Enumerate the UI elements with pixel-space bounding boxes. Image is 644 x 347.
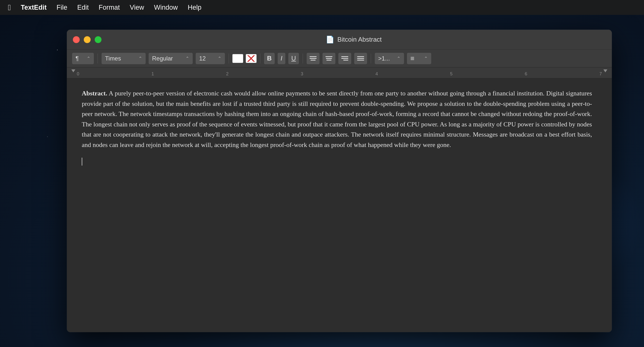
font-size-chevron-icon: ⌃ [218, 56, 222, 61]
abstract-paragraph: Abstract. A purely peer-to-peer version … [82, 88, 592, 150]
textedit-window: 📄 Bitcoin Abstract ¶ ⌃ Times ⌃ Regular ⌃… [67, 30, 612, 332]
maximize-button[interactable] [94, 36, 102, 43]
abstract-bold-label: Abstract. [82, 90, 107, 97]
window-title: 📄 Bitcoin Abstract [102, 36, 606, 44]
align-justify-icon [357, 60, 364, 61]
view-menu[interactable]: View [125, 0, 149, 15]
font-style-value: Regular [152, 55, 173, 62]
help-menu[interactable]: Help [183, 0, 206, 15]
traffic-lights [73, 36, 102, 43]
font-size-select[interactable]: 12 ⌃ [196, 53, 225, 65]
align-center-icon [326, 60, 332, 61]
app-menu[interactable]: TextEdit [16, 0, 52, 15]
ruler-numbers: 0 1 2 3 4 5 6 7 [77, 71, 602, 77]
file-menu[interactable]: File [52, 0, 72, 15]
paragraph-chevron-icon: ⌃ [87, 56, 90, 61]
font-family-chevron-icon: ⌃ [138, 56, 142, 61]
title-text: Bitcoin Abstract [337, 36, 382, 43]
paragraph-icon: ¶ [76, 55, 79, 62]
paragraph-style-button[interactable]: ¶ ⌃ [72, 53, 94, 65]
align-center-icon [326, 58, 332, 59]
font-style-select[interactable]: Regular ⌃ [148, 53, 193, 65]
text-color-swatch[interactable] [232, 54, 243, 63]
apple-menu[interactable]:  [6, 0, 16, 15]
list-indent-value: >1... [378, 55, 390, 62]
ruler-num-7: 7 [600, 71, 602, 77]
bold-button[interactable]: B [264, 53, 275, 65]
font-family-value: Times [105, 55, 121, 62]
ruler-num-1: 1 [151, 71, 154, 77]
document-content[interactable]: Abstract. A purely peer-to-peer version … [67, 78, 612, 332]
align-justify-button[interactable] [354, 53, 367, 65]
format-menu[interactable]: Format [94, 0, 125, 15]
text-cursor [82, 158, 82, 166]
separator-4 [303, 54, 303, 64]
ruler-num-5: 5 [450, 71, 452, 77]
align-center-icon [326, 56, 332, 57]
align-justify-icon [357, 56, 364, 57]
list-indent-chevron-icon: ⌃ [397, 56, 400, 61]
titlebar: 📄 Bitcoin Abstract [67, 30, 612, 50]
document-icon: 📄 [326, 36, 334, 44]
ruler-num-4: 4 [376, 71, 378, 77]
ruler-num-3: 3 [301, 71, 303, 77]
edit-menu[interactable]: Edit [72, 0, 94, 15]
underline-button[interactable]: U [288, 53, 299, 65]
ruler-right-indent-icon[interactable] [604, 69, 607, 72]
align-left-icon [310, 56, 316, 57]
minimize-button[interactable] [84, 36, 91, 43]
ruler-num-6: 6 [525, 71, 527, 77]
font-style-chevron-icon: ⌃ [186, 56, 189, 61]
align-right-icon [341, 58, 348, 59]
italic-button[interactable]: I [278, 53, 286, 65]
align-right-icon [343, 60, 348, 61]
font-family-select[interactable]: Times ⌃ [101, 53, 146, 65]
toolbar: ¶ ⌃ Times ⌃ Regular ⌃ 12 ⌃ B I [67, 50, 612, 67]
font-size-value: 12 [199, 55, 206, 62]
bullets-value: ≡ [410, 55, 414, 63]
ruler-num-2: 2 [226, 71, 228, 77]
align-right-icon [341, 56, 348, 57]
list-indent-select[interactable]: >1... ⌃ [374, 53, 404, 65]
ruler: 0 1 2 3 4 5 6 7 [67, 67, 612, 78]
separator-3 [260, 54, 260, 64]
align-left-icon [310, 58, 316, 59]
ruler-left-indent-icon[interactable] [71, 69, 75, 72]
ruler-num-0: 0 [77, 71, 79, 77]
menubar:  TextEdit File Edit Format View Window … [0, 0, 644, 15]
align-center-button[interactable] [322, 53, 336, 65]
window-menu[interactable]: Window [149, 0, 183, 15]
bullets-select[interactable]: ≡ ⌃ [407, 53, 432, 65]
abstract-body-text: A purely peer-to-peer version of electro… [82, 90, 592, 148]
separator-2 [228, 54, 229, 64]
bullets-chevron-icon: ⌃ [424, 56, 428, 61]
align-left-button[interactable] [306, 53, 320, 65]
cursor-line [82, 158, 597, 166]
highlight-color-swatch[interactable] [246, 54, 256, 63]
align-justify-icon [357, 58, 364, 59]
close-button[interactable] [73, 36, 80, 43]
separator-5 [371, 54, 371, 64]
align-right-button[interactable] [338, 53, 352, 65]
separator-1 [98, 54, 98, 64]
align-left-icon [310, 60, 316, 61]
